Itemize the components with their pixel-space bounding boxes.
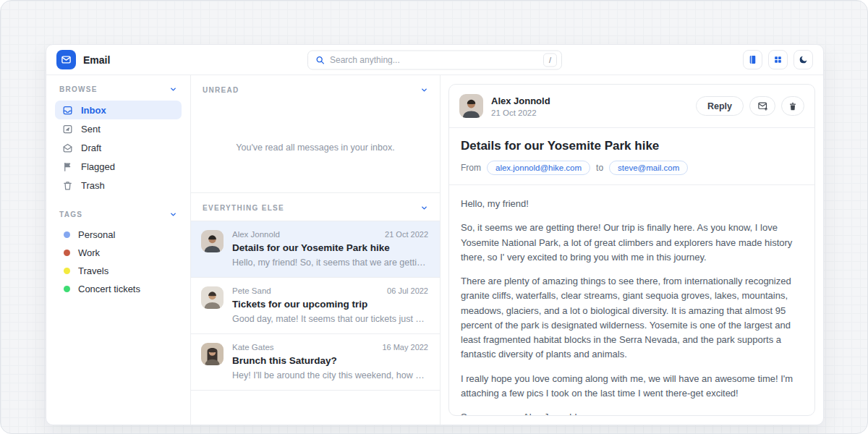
tag-item-concert-tickets[interactable]: Concert tickets: [55, 280, 182, 298]
apps-grid-button[interactable]: [768, 50, 788, 69]
sidebar-item-draft[interactable]: Draft: [55, 138, 182, 157]
mail-list-item[interactable]: Pete Sand 06 Jul 2022 Tickets for our up…: [191, 277, 440, 333]
detail-panel: Alex Jonnold 21 Oct 2022 Reply: [441, 75, 823, 425]
app-title: Email: [83, 54, 110, 66]
chevron-down-icon[interactable]: [420, 86, 428, 94]
main-area: BROWSE Inbox: [46, 75, 823, 425]
sidebar-item-label: Draft: [81, 142, 101, 153]
mail-subject: Brunch this Saturday?: [232, 355, 428, 366]
email-app-window: Email /: [46, 44, 824, 425]
sidebar-item-label: Sent: [81, 124, 101, 135]
tag-item-personal[interactable]: Personal: [55, 226, 182, 244]
forward-mail-button[interactable]: [749, 96, 775, 116]
reply-button[interactable]: Reply: [696, 96, 744, 116]
tag-label: Travels: [78, 265, 109, 276]
tag-color-dot: [64, 250, 70, 256]
body-paragraph: I really hope you love coming along with…: [461, 372, 803, 401]
book-icon: [748, 55, 757, 64]
body-paragraph: There are plenty of amazing things to se…: [461, 274, 803, 362]
detail-subject: Details for our Yosemite Park hike: [461, 139, 803, 153]
mail-sender: Kate Gates: [232, 343, 274, 352]
draft-icon: [62, 142, 73, 153]
from-email-badge[interactable]: alex.jonnold@hike.com: [487, 161, 590, 175]
sent-icon: [62, 124, 73, 135]
tags-section-header[interactable]: TAGS: [55, 195, 182, 226]
mail-subject: Tickets for our upcoming trip: [232, 299, 428, 310]
sidebar-item-label: Trash: [81, 180, 105, 191]
browse-section-header[interactable]: BROWSE: [55, 85, 182, 101]
avatar: [459, 94, 483, 118]
body-paragraph: So, it seems we are getting there! Our t…: [461, 221, 803, 265]
unread-section-header[interactable]: UNREAD: [191, 75, 440, 103]
avatar: [201, 230, 224, 252]
envelope-plus-icon: [757, 101, 768, 111]
search-input[interactable]: [330, 55, 538, 65]
mail-preview: Good day, mate! It seems that our ticket…: [232, 314, 428, 324]
mail-list-item[interactable]: Kate Gates 16 May 2022 Brunch this Satur…: [191, 333, 440, 391]
unread-empty-message: You've read all messages in your inbox.: [191, 103, 440, 193]
chevron-down-icon[interactable]: [169, 85, 177, 93]
search-icon: [315, 55, 325, 64]
email-logo-icon: [56, 50, 76, 69]
grid-icon: [773, 55, 783, 64]
mail-preview: Hey! I'll be around the city this weeken…: [232, 370, 428, 380]
desktop-background: Email /: [0, 0, 868, 434]
from-to-row: From alex.jonnold@hike.com to steve@mail…: [461, 161, 803, 175]
mail-subject: Details for our Yosemite Park hike: [232, 242, 428, 253]
search-box[interactable]: /: [307, 50, 562, 69]
sidebar-item-inbox[interactable]: Inbox: [55, 101, 182, 119]
moon-icon: [799, 55, 808, 64]
detail-sender-block: Alex Jonnold 21 Oct 2022: [491, 95, 550, 117]
detail-header: Alex Jonnold 21 Oct 2022 Reply: [449, 85, 814, 128]
contacts-button[interactable]: [743, 50, 762, 69]
sidebar: BROWSE Inbox: [46, 75, 191, 425]
detail-subject-block: Details for our Yosemite Park hike From …: [449, 128, 814, 185]
sidebar-item-sent[interactable]: Sent: [55, 119, 182, 138]
tag-label: Personal: [78, 229, 115, 240]
tags-nav: Personal Work Travels Concert tickets: [55, 226, 182, 298]
delete-mail-button[interactable]: [781, 96, 804, 116]
flag-icon: [62, 161, 73, 172]
tag-color-dot: [64, 268, 70, 274]
mail-sender: Alex Jonnold: [232, 230, 280, 239]
mail-list-item[interactable]: Alex Jonnold 21 Oct 2022 Details for our…: [191, 221, 440, 277]
from-label: From: [461, 163, 481, 173]
body-paragraph: Hello, my friend!: [461, 197, 803, 211]
to-email-badge[interactable]: steve@mail.com: [609, 161, 688, 175]
body-paragraph: See you soon, Alex Jonnold: [461, 410, 803, 416]
mail-sender: Pete Sand: [232, 286, 271, 295]
chevron-down-icon[interactable]: [420, 204, 428, 212]
unread-section-label: UNREAD: [203, 86, 239, 94]
avatar: [201, 286, 224, 309]
tag-item-work[interactable]: Work: [55, 244, 182, 262]
email-detail-card: Alex Jonnold 21 Oct 2022 Reply: [448, 84, 815, 416]
to-label: to: [596, 163, 603, 173]
trash-icon: [62, 180, 73, 191]
tag-item-travels[interactable]: Travels: [55, 262, 182, 280]
browse-nav: Inbox Sent Draft: [55, 101, 182, 195]
detail-actions: Reply: [696, 96, 804, 116]
tag-label: Concert tickets: [78, 284, 140, 294]
mail-row-content: Pete Sand 06 Jul 2022 Tickets for our up…: [232, 286, 428, 324]
dark-mode-toggle[interactable]: [793, 50, 813, 69]
sidebar-item-label: Inbox: [81, 105, 106, 116]
topbar-actions: [743, 50, 813, 69]
everything-else-section-header[interactable]: EVERYTHING ELSE: [191, 193, 440, 221]
tag-color-dot: [64, 231, 70, 238]
tag-label: Work: [78, 247, 100, 258]
everything-else-section-label: EVERYTHING ELSE: [203, 204, 284, 212]
sidebar-item-label: Flagged: [81, 161, 115, 172]
inbox-icon: [62, 105, 73, 116]
chevron-down-icon[interactable]: [169, 210, 177, 218]
message-list-column: UNREAD You've read all messages in your …: [191, 75, 441, 425]
mail-preview: Hello, my friend! So, it seems that we a…: [232, 258, 428, 268]
mail-date: 06 Jul 2022: [387, 286, 428, 295]
topbar: Email /: [46, 45, 823, 75]
sidebar-item-trash[interactable]: Trash: [55, 176, 182, 195]
detail-date: 21 Oct 2022: [491, 109, 550, 117]
mail-row-content: Alex Jonnold 21 Oct 2022 Details for our…: [232, 230, 428, 268]
trash-icon: [788, 101, 798, 111]
brand: Email: [56, 50, 110, 69]
mail-date: 16 May 2022: [382, 343, 428, 352]
sidebar-item-flagged[interactable]: Flagged: [55, 157, 182, 176]
